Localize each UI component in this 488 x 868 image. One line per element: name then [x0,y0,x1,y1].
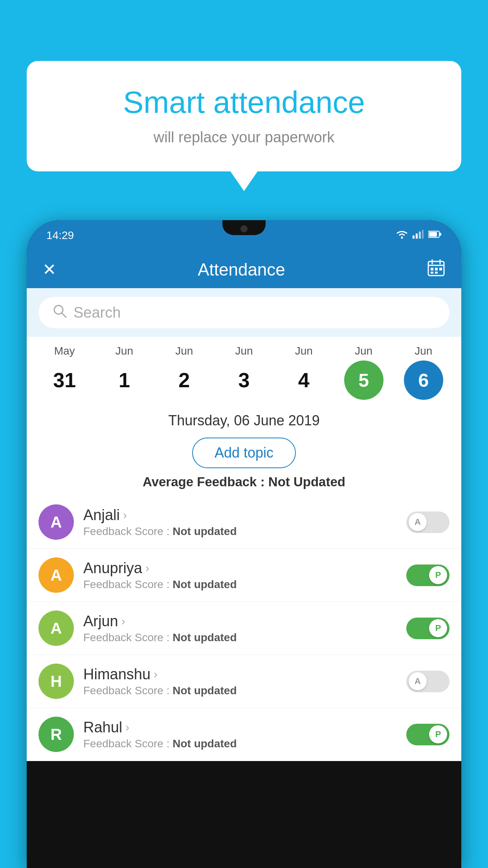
student-name: Arjun › [83,613,397,630]
svg-rect-3 [419,232,421,239]
chevron-right-icon: › [145,561,149,575]
battery-icon [428,230,442,241]
phone-notch [222,220,266,235]
student-avatar: H [39,664,74,699]
chevron-right-icon: › [154,668,158,681]
add-topic-button[interactable]: Add topic [192,438,296,468]
chevron-right-icon: › [125,721,129,734]
svg-rect-14 [431,272,433,274]
cal-day-3[interactable]: Jun3 [218,345,270,400]
cal-day-4[interactable]: Jun4 [278,345,329,400]
student-item[interactable]: HHimanshu ›Feedback Score : Not updated … [27,655,461,708]
avg-feedback: Average Feedback : Not Updated [27,474,461,496]
status-icons [396,230,442,241]
student-avatar: A [39,504,74,540]
search-container: Search [27,288,461,337]
wifi-icon [396,230,408,241]
avg-feedback-label: Average Feedback : [143,474,265,489]
camera-dot [240,225,248,232]
student-avatar: R [39,717,74,752]
toggle-off[interactable]: A [406,671,449,692]
student-feedback: Feedback Score : Not updated [83,525,397,538]
cal-day-31[interactable]: May31 [39,345,90,400]
student-name: Anjali › [83,507,397,524]
add-topic-container: Add topic [27,438,461,468]
status-time: 14:29 [46,229,74,242]
phone-frame: 14:29 [27,220,461,868]
speech-bubble: Smart attendance will replace your paper… [27,61,461,171]
search-icon [52,303,67,322]
svg-rect-2 [416,234,418,239]
header-title: Attendance [198,260,285,280]
cal-day-1[interactable]: Jun1 [99,345,150,400]
app-header: ✕ Attendance [27,251,461,288]
status-bar: 14:29 [27,220,461,251]
month-labels-row: May31Jun1Jun2Jun3Jun4Jun5Jun6 [35,345,453,400]
toggle-off[interactable]: A [406,511,449,533]
attendance-toggle[interactable]: P [406,565,449,586]
student-item[interactable]: RRahul ›Feedback Score : Not updated P [27,708,461,761]
student-feedback: Feedback Score : Not updated [83,631,397,644]
svg-rect-4 [422,230,424,239]
attendance-toggle[interactable]: P [406,724,449,745]
cal-day-6[interactable]: Jun6 [398,345,449,400]
toggle-on[interactable]: P [406,565,449,586]
toggle-knob: P [429,566,447,584]
student-item[interactable]: AArjun ›Feedback Score : Not updated P [27,602,461,655]
svg-rect-7 [440,233,441,236]
chevron-right-icon: › [121,614,125,628]
speech-bubble-subtitle: will replace your paperwork [46,129,442,146]
student-item[interactable]: AAnupriya ›Feedback Score : Not updated … [27,549,461,602]
student-feedback: Feedback Score : Not updated [83,684,397,697]
svg-rect-1 [413,235,415,239]
search-placeholder: Search [73,304,121,321]
selected-date: Thursday, 06 June 2019 [27,404,461,434]
toggle-knob: P [429,619,447,637]
student-feedback: Feedback Score : Not updated [83,737,397,750]
search-bar[interactable]: Search [39,297,449,328]
toggle-knob: A [409,672,427,690]
svg-line-18 [62,313,66,317]
student-avatar: A [39,611,74,646]
svg-rect-13 [435,268,438,270]
close-button[interactable]: ✕ [42,260,56,279]
svg-rect-12 [431,268,433,270]
toggle-on[interactable]: P [406,724,449,745]
avg-feedback-value: Not Updated [268,474,345,489]
student-name: Anupriya › [83,560,397,577]
student-name: Rahul › [83,719,397,736]
student-item[interactable]: AAnjali ›Feedback Score : Not updated A [27,496,461,549]
toggle-knob: P [429,725,447,743]
svg-rect-16 [439,268,442,270]
toggle-knob: A [409,513,427,531]
toggle-on[interactable]: P [406,618,449,639]
cal-day-5[interactable]: Jun5 [338,345,389,400]
svg-rect-6 [429,232,437,237]
attendance-toggle[interactable]: P [406,618,449,639]
app-content: Search May31Jun1Jun2Jun3Jun4Jun5Jun6 Thu… [27,288,461,761]
speech-bubble-container: Smart attendance will replace your paper… [27,61,461,171]
cal-day-2[interactable]: Jun2 [159,345,210,400]
student-list: AAnjali ›Feedback Score : Not updated A … [27,496,461,761]
chevron-right-icon: › [123,508,127,522]
calendar-strip: May31Jun1Jun2Jun3Jun4Jun5Jun6 [27,337,461,404]
svg-rect-15 [435,272,438,274]
student-avatar: A [39,557,74,593]
attendance-toggle[interactable]: A [406,671,449,692]
speech-bubble-title: Smart attendance [46,85,442,120]
student-name: Himanshu › [83,666,397,683]
calendar-icon[interactable] [427,258,446,281]
signal-icon [413,230,424,241]
student-feedback: Feedback Score : Not updated [83,578,397,591]
attendance-toggle[interactable]: A [406,511,449,533]
